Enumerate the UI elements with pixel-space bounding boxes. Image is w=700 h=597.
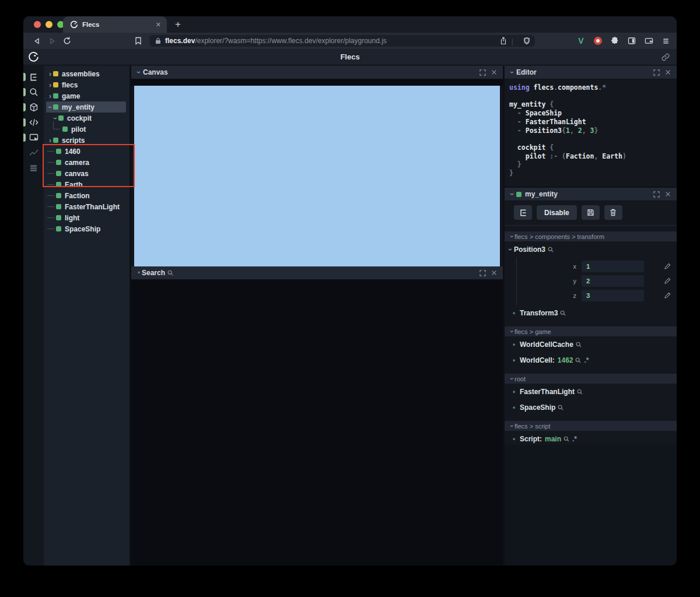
component-row-Position3[interactable]: ›Position3	[505, 241, 677, 257]
extensions-puzzle-icon[interactable]	[610, 36, 620, 46]
reload-icon[interactable]	[61, 34, 74, 47]
chevron-down-icon[interactable]: ›	[52, 115, 59, 121]
entity-color-square	[53, 82, 58, 87]
expand-icon[interactable]	[480, 69, 486, 76]
search-results-area	[131, 280, 503, 566]
chevron-right-icon[interactable]: ›	[47, 82, 53, 89]
wildcard-suffix: .*	[584, 356, 589, 364]
minimize-window-button[interactable]	[46, 21, 52, 28]
delete-button[interactable]	[604, 205, 622, 220]
query-magnifier-icon[interactable]	[564, 436, 569, 442]
tab-close-icon[interactable]: ✕	[156, 22, 161, 28]
field-input-z[interactable]: 3	[582, 290, 644, 301]
vue-devtools-icon[interactable]: V	[576, 36, 586, 46]
sidebar-code-icon[interactable]	[23, 115, 44, 130]
sidebar-search-icon[interactable]	[23, 85, 44, 100]
save-button[interactable]	[582, 205, 600, 220]
sidebar-outline-tree-icon[interactable]	[23, 69, 44, 85]
render-canvas[interactable]	[134, 86, 500, 272]
query-magnifier-icon[interactable]	[558, 405, 564, 410]
browser-tab[interactable]: Flecs ✕	[63, 16, 167, 33]
chevron-down-icon[interactable]: ›	[135, 69, 142, 75]
field-input-y[interactable]: 2	[582, 275, 644, 287]
component-row-FasterThanLight[interactable]: •FasterThanLight	[505, 384, 677, 399]
expand-icon[interactable]	[653, 191, 660, 198]
sidebar-rows-icon[interactable]	[23, 160, 44, 175]
section-header[interactable]: ›flecs > game	[505, 326, 677, 336]
chevron-right-icon[interactable]: ›	[47, 71, 53, 78]
field-label: z	[573, 292, 577, 299]
close-icon[interactable]	[491, 270, 497, 276]
tree-item-game[interactable]: ›game	[46, 90, 126, 101]
chevron-down-icon[interactable]: ›	[509, 69, 516, 75]
editor-code[interactable]: using flecs.components.* my_entity { - S…	[505, 79, 677, 187]
extension-red-icon[interactable]	[593, 36, 603, 46]
edit-pencil-icon[interactable]	[664, 263, 671, 270]
chevron-down-icon[interactable]: ›	[509, 191, 516, 197]
chevron-down-icon[interactable]: ›	[47, 104, 54, 110]
chevron-right-icon[interactable]: ›	[47, 93, 53, 100]
field-row-y: y2	[517, 273, 677, 288]
tree-item-Faction[interactable]: Faction	[46, 190, 126, 201]
forward-icon[interactable]	[46, 34, 58, 47]
section-header[interactable]: ›flecs > script	[505, 421, 677, 431]
bullet-icon: •	[136, 269, 142, 277]
component-row-WorldCellCache[interactable]: •WorldCellCache	[505, 336, 677, 352]
chevron-down-icon[interactable]: ›	[509, 423, 515, 429]
share-link-icon[interactable]	[662, 53, 670, 64]
component-value: 1462	[558, 356, 573, 364]
expand-icon[interactable]	[480, 270, 486, 276]
tree-item-pilot[interactable]: pilot	[46, 124, 126, 135]
query-magnifier-icon[interactable]	[548, 247, 554, 252]
side-panel-icon[interactable]	[626, 36, 637, 46]
chevron-down-icon[interactable]: ›	[509, 376, 515, 382]
edit-pencil-icon[interactable]	[664, 292, 671, 299]
menu-icon[interactable]	[660, 36, 671, 46]
query-magnifier-icon[interactable]	[577, 389, 583, 395]
close-icon[interactable]	[665, 191, 671, 197]
component-row-SpaceShip[interactable]: •SpaceShip	[505, 399, 677, 415]
tree-item-FasterThanLight[interactable]: FasterThanLight	[46, 201, 126, 212]
wallet-icon[interactable]	[643, 36, 654, 46]
tree-item-my_entity[interactable]: ›my_entity	[46, 101, 126, 113]
section-header[interactable]: ›root	[505, 374, 677, 384]
url-bar[interactable]: flecs.dev /explorer/?wasm=https://www.fl…	[149, 35, 535, 47]
disable-button[interactable]: Disable	[537, 205, 577, 220]
chevron-down-icon[interactable]: ›	[509, 329, 515, 335]
sidebar-cube-icon[interactable]	[23, 100, 44, 115]
brave-shield-icon[interactable]	[523, 37, 530, 45]
tab-bar: Flecs ✕ +	[23, 16, 677, 33]
close-icon[interactable]	[491, 69, 497, 75]
section-header[interactable]: ›flecs > components > transform	[505, 231, 677, 241]
tree-item-SpaceShip[interactable]: SpaceShip	[46, 223, 126, 234]
tree-item-light[interactable]: light	[46, 212, 126, 223]
code-line: - SpaceShip	[509, 109, 672, 118]
component-row-WorldCell[interactable]: •WorldCell:1462.*	[505, 352, 677, 368]
close-icon[interactable]	[665, 69, 671, 75]
query-magnifier-icon[interactable]	[576, 342, 582, 347]
field-input-x[interactable]: 1	[582, 261, 644, 272]
component-row-Script[interactable]: •Script:main.*	[505, 431, 677, 445]
chevron-right-icon[interactable]: ›	[47, 137, 53, 144]
component-row-Transform3[interactable]: •Transform3	[505, 305, 677, 321]
sidebar-chart-icon[interactable]	[23, 145, 44, 160]
query-magnifier-icon[interactable]	[575, 357, 581, 363]
edit-pencil-icon[interactable]	[664, 278, 671, 285]
tree-item-label: assemblies	[62, 70, 100, 78]
tree-item-assemblies[interactable]: ›assemblies	[46, 68, 126, 79]
sidebar-screen-pointer-icon[interactable]	[23, 130, 44, 145]
tree-item-label: scripts	[62, 136, 85, 145]
chevron-down-icon[interactable]: ›	[509, 234, 515, 240]
flecs-logo-icon[interactable]	[28, 51, 39, 65]
back-icon[interactable]	[30, 34, 43, 47]
chevron-down-icon[interactable]: ›	[507, 246, 514, 253]
new-tab-button[interactable]: +	[172, 18, 184, 31]
expand-icon[interactable]	[653, 69, 660, 76]
close-window-button[interactable]	[34, 21, 41, 28]
code-line: }	[509, 160, 672, 169]
bookmark-icon[interactable]	[132, 34, 145, 47]
share-icon[interactable]	[500, 37, 507, 45]
tree-view-button[interactable]	[514, 205, 532, 220]
tree-item-flecs[interactable]: ›flecs	[46, 79, 126, 90]
query-magnifier-icon[interactable]	[560, 310, 566, 316]
